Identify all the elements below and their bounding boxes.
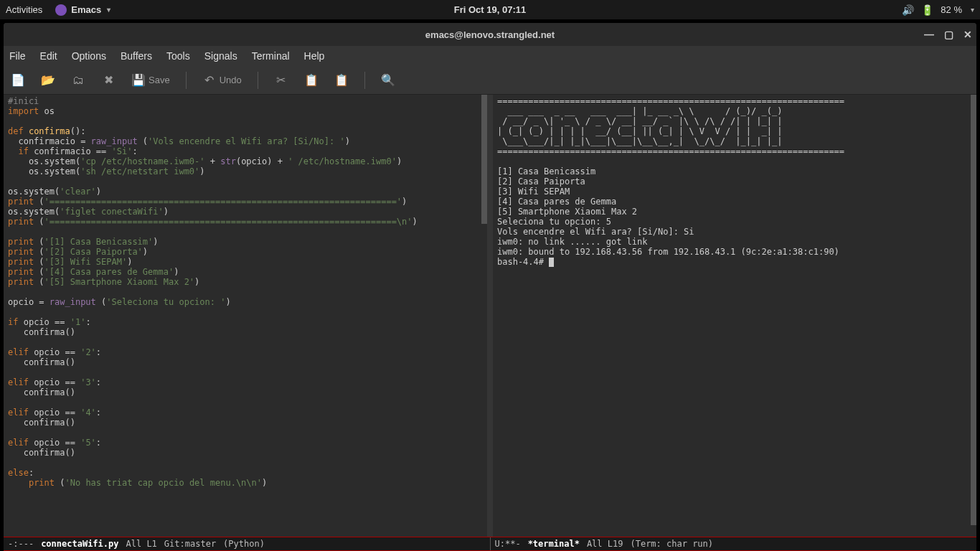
open-file-button[interactable]: 📂	[41, 73, 55, 88]
folder-icon: 🗂	[71, 73, 85, 88]
scrollbar-thumb[interactable]	[481, 95, 487, 224]
close-icon: ✖	[101, 73, 116, 88]
battery-percent: 82 %	[941, 4, 962, 15]
terminal-cursor	[549, 258, 554, 267]
buffer-position: All L19	[587, 539, 623, 549]
undo-label: Undo	[220, 75, 242, 85]
menu-edit[interactable]: Edit	[40, 50, 57, 62]
menu-buffers[interactable]: Buffers	[121, 50, 152, 62]
copy-button[interactable]: 📋	[304, 73, 319, 88]
save-label: Save	[149, 75, 170, 85]
undo-button[interactable]: ↶Undo	[202, 73, 242, 88]
scrollbar-thumb[interactable]	[971, 95, 976, 525]
folder-open-icon: 📂	[41, 73, 55, 88]
menu-terminal[interactable]: Terminal	[252, 50, 290, 62]
major-mode: (Term: char run)	[630, 539, 713, 549]
title-bar[interactable]: emacs@lenovo.strangled.net — ▢ ✕	[4, 23, 976, 46]
file-new-icon: 📄	[11, 73, 25, 88]
buffer-name: connectaWifi.py	[41, 539, 118, 549]
activities-button[interactable]: Activities	[6, 4, 42, 15]
mode-line-right[interactable]: U:**- *terminal* All L19 (Term: char run…	[490, 537, 977, 550]
chevron-down-icon: ▾	[107, 6, 110, 14]
menu-tools[interactable]: Tools	[166, 50, 190, 62]
major-mode: (Python)	[223, 539, 265, 549]
buffer-state: -:---	[8, 539, 34, 549]
vcs-info: Git:master	[164, 539, 216, 549]
tool-bar: 📄 📂 🗂 ✖ 💾Save ↶Undo ✂ 📋 📋 🔍	[4, 66, 976, 95]
toolbar-separator	[364, 72, 365, 89]
minimize-button[interactable]: —	[924, 29, 934, 40]
close-button[interactable]: ✕	[963, 29, 972, 40]
app-name: Emacs	[71, 4, 101, 15]
cut-button[interactable]: ✂	[274, 73, 288, 88]
menu-signals[interactable]: Signals	[204, 50, 237, 62]
buffer-name: *terminal*	[528, 539, 580, 549]
save-button[interactable]: 💾Save	[131, 73, 170, 88]
menu-file[interactable]: File	[9, 50, 26, 62]
kill-buffer-button[interactable]: ✖	[101, 73, 116, 88]
app-menu[interactable]: Emacs ▾	[55, 4, 110, 16]
copy-icon: 📋	[304, 73, 319, 88]
toolbar-separator	[186, 72, 187, 89]
source-pane[interactable]: #inici import os def confirma(): confirm…	[4, 95, 493, 537]
emacs-window: emacs@lenovo.strangled.net — ▢ ✕ File Ed…	[4, 23, 976, 551]
menu-options[interactable]: Options	[72, 50, 106, 62]
menu-bar: File Edit Options Buffers Tools Signals …	[4, 46, 976, 66]
buffer-state: U:**-	[495, 539, 521, 549]
maximize-button[interactable]: ▢	[944, 29, 953, 40]
undo-icon: ↶	[202, 73, 217, 88]
paste-button[interactable]: 📋	[334, 73, 349, 88]
search-button[interactable]: 🔍	[381, 73, 395, 88]
editor-area: #inici import os def confirma(): confirm…	[4, 95, 976, 537]
paste-icon: 📋	[334, 73, 349, 88]
save-icon: 💾	[131, 73, 146, 88]
toolbar-separator	[258, 72, 258, 89]
battery-icon[interactable]: 🔋	[921, 4, 933, 16]
cut-icon: ✂	[274, 73, 288, 88]
terminal-output[interactable]: ========================================…	[497, 96, 972, 267]
new-file-button[interactable]: 📄	[11, 73, 25, 88]
gnome-top-bar: Activities Emacs ▾ Fri Oct 19, 07:11 🔊 🔋…	[0, 0, 980, 19]
window-title: emacs@lenovo.strangled.net	[425, 29, 555, 40]
dired-button[interactable]: 🗂	[71, 73, 85, 88]
search-icon: 🔍	[381, 73, 395, 88]
system-menu-arrow-icon[interactable]: ▾	[971, 6, 974, 14]
source-code[interactable]: #inici import os def confirma(): confirm…	[8, 96, 483, 488]
clock[interactable]: Fri Oct 19, 07:11	[454, 4, 526, 15]
emacs-icon	[55, 4, 67, 16]
mode-line: -:--- connectaWifi.py All L1 Git:master …	[4, 537, 976, 551]
menu-help[interactable]: Help	[304, 50, 325, 62]
mode-line-left[interactable]: -:--- connectaWifi.py All L1 Git:master …	[4, 537, 490, 550]
volume-icon[interactable]: 🔊	[902, 4, 914, 16]
buffer-position: All L1	[126, 539, 157, 549]
terminal-pane[interactable]: ========================================…	[493, 95, 976, 537]
